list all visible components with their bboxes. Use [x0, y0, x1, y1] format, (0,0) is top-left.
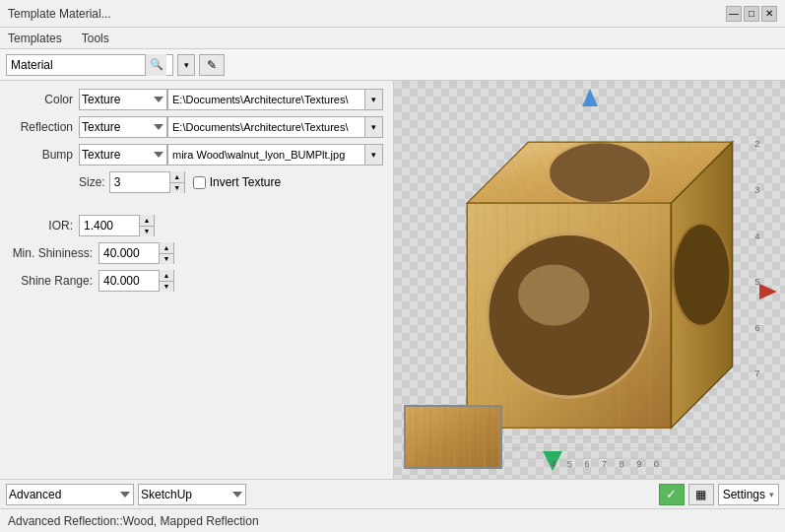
- min-shininess-input-wrap: ▲ ▼: [98, 242, 174, 264]
- title-text: Template Material...: [8, 7, 111, 21]
- grid-icon-button[interactable]: ▦: [688, 484, 714, 505]
- right-panel: 4 5 6 7 8 9 0 2 3 4 5 6 7: [394, 81, 785, 479]
- check-button[interactable]: ✓: [659, 484, 685, 505]
- search-box: 🔍: [6, 54, 173, 76]
- svg-text:0: 0: [654, 459, 659, 469]
- reflection-row: Reflection Texture E:\Documents\Architec…: [10, 116, 383, 138]
- ior-row: IOR: ▲ ▼: [10, 215, 383, 236]
- ior-input-wrap: ▲ ▼: [79, 215, 155, 236]
- title-bar: Template Material... — □ ✕: [0, 0, 785, 28]
- shine-range-input[interactable]: [99, 271, 159, 291]
- size-row: Size: ▲ ▼ Invert Texture: [10, 171, 383, 193]
- reflection-path-dropdown[interactable]: ▾: [365, 116, 383, 138]
- svg-text:5: 5: [567, 459, 572, 469]
- preview-area: 4 5 6 7 8 9 0 2 3 4 5 6 7: [394, 81, 785, 479]
- shine-range-input-wrap: ▲ ▼: [98, 270, 174, 292]
- bump-path-text: mira Wood\walnut_lyon_BUMPlt.jpg: [172, 149, 345, 161]
- color-path-dropdown[interactable]: ▾: [365, 89, 383, 110]
- chevron-down-icon: ▾: [184, 60, 189, 70]
- color-path-text: E:\Documents\Architecture\Textures\: [172, 94, 349, 105]
- size-spin-down[interactable]: ▼: [170, 183, 184, 194]
- size-input-wrap: ▲ ▼: [109, 171, 185, 193]
- front-sphere-highlight: [518, 264, 590, 325]
- invert-texture-checkbox[interactable]: [193, 176, 206, 189]
- shine-range-spin-up[interactable]: ▲: [160, 270, 173, 282]
- size-label: Size:: [79, 175, 105, 189]
- min-shininess-spinner: ▲ ▼: [159, 242, 173, 264]
- check-icon: ✓: [666, 487, 677, 501]
- size-input[interactable]: [110, 172, 169, 192]
- grid-icon: ▦: [695, 488, 706, 501]
- bump-path-dropdown[interactable]: ▾: [365, 144, 383, 166]
- ior-spinner: ▲ ▼: [139, 215, 154, 236]
- bump-label: Bump: [10, 148, 79, 162]
- svg-text:6: 6: [584, 459, 589, 469]
- size-spin-up[interactable]: ▲: [170, 171, 184, 183]
- svg-text:8: 8: [620, 459, 624, 469]
- ior-input[interactable]: [80, 216, 139, 235]
- svg-text:4: 4: [754, 232, 759, 241]
- material-thumbnail: [404, 405, 502, 469]
- svg-text:7: 7: [602, 459, 607, 469]
- min-shininess-label: Min. Shininess:: [10, 246, 98, 260]
- status-bar: Advanced Reflection::Wood, Mapped Reflec…: [0, 508, 785, 532]
- color-path-field: E:\Documents\Architecture\Textures\: [167, 89, 365, 110]
- shine-range-spin-down[interactable]: ▼: [160, 282, 173, 293]
- ior-label: IOR:: [10, 219, 79, 233]
- thumbnail-svg: [406, 407, 502, 469]
- min-shininess-spin-down[interactable]: ▼: [160, 254, 173, 265]
- menu-tools[interactable]: Tools: [78, 30, 113, 47]
- size-spinner: ▲ ▼: [169, 171, 184, 193]
- svg-text:9: 9: [636, 459, 641, 469]
- bump-row: Bump Texture mira Wood\walnut_lyon_BUMPl…: [10, 144, 383, 166]
- invert-texture-wrap: Invert Texture: [193, 175, 281, 189]
- search-dropdown-button[interactable]: ▾: [177, 54, 195, 76]
- reflection-path-field: E:\Documents\Architecture\Textures\: [167, 116, 365, 138]
- close-button[interactable]: ✕: [761, 6, 777, 22]
- color-type-select[interactable]: Texture: [79, 89, 167, 110]
- svg-text:2: 2: [754, 139, 759, 149]
- minimize-button[interactable]: —: [726, 6, 742, 22]
- svg-text:5: 5: [754, 277, 759, 287]
- search-icon-button[interactable]: 🔍: [145, 54, 166, 76]
- svg-rect-29: [406, 407, 502, 469]
- ior-spin-down[interactable]: ▼: [140, 227, 154, 237]
- invert-texture-label: Invert Texture: [210, 175, 281, 189]
- svg-text:4: 4: [551, 459, 556, 469]
- reflection-type-select[interactable]: Texture: [79, 116, 167, 138]
- color-label: Color: [10, 93, 79, 106]
- main-content: Color Texture E:\Documents\Architecture\…: [0, 81, 785, 479]
- menu-templates[interactable]: Templates: [4, 30, 66, 47]
- svg-text:7: 7: [754, 368, 759, 378]
- svg-text:3: 3: [754, 185, 759, 195]
- shine-range-row: Shine Range: ▲ ▼: [10, 270, 383, 292]
- settings-dropdown[interactable]: Settings ▾: [718, 484, 779, 505]
- search-icon: 🔍: [150, 58, 164, 71]
- ior-spin-up[interactable]: ▲: [140, 215, 154, 227]
- min-shininess-spin-up[interactable]: ▲: [160, 242, 173, 254]
- sketchup-dropdown[interactable]: SketchUp: [138, 484, 246, 505]
- eyedropper-button[interactable]: ✎: [199, 54, 225, 76]
- shine-range-spinner: ▲ ▼: [159, 270, 173, 292]
- min-shininess-row: Min. Shininess: ▲ ▼: [10, 242, 383, 264]
- min-shininess-input[interactable]: [99, 243, 159, 263]
- search-input[interactable]: [7, 55, 145, 75]
- bump-type-select[interactable]: Texture: [79, 144, 167, 166]
- title-controls: — □ ✕: [726, 6, 777, 22]
- status-text: Advanced Reflection::Wood, Mapped Reflec…: [8, 514, 259, 528]
- settings-chevron-icon: ▾: [769, 490, 774, 499]
- settings-label: Settings: [723, 488, 765, 501]
- reflection-label: Reflection: [10, 120, 79, 134]
- separator: [10, 199, 383, 207]
- color-row: Color Texture E:\Documents\Architecture\…: [10, 89, 383, 110]
- toolbar: 🔍 ▾ ✎: [0, 49, 785, 81]
- eyedropper-icon: ✎: [207, 58, 217, 72]
- svg-text:6: 6: [754, 323, 759, 333]
- maximize-button[interactable]: □: [744, 6, 759, 22]
- menu-bar: Templates Tools: [0, 28, 785, 49]
- bump-path-field: mira Wood\walnut_lyon_BUMPlt.jpg: [167, 144, 365, 166]
- bottom-bar: Advanced SketchUp ✓ ▦ Settings ▾: [0, 479, 785, 508]
- advanced-dropdown[interactable]: Advanced: [6, 484, 134, 505]
- shine-range-label: Shine Range:: [10, 274, 98, 288]
- left-panel: Color Texture E:\Documents\Architecture\…: [0, 81, 394, 479]
